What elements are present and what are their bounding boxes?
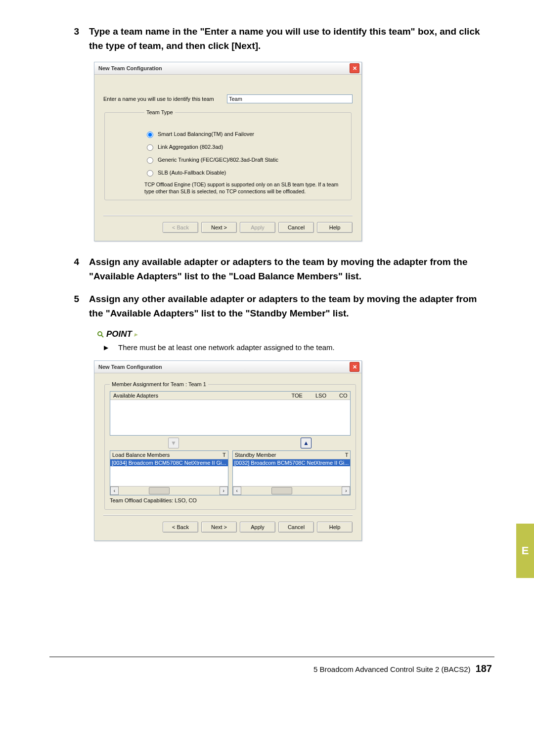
- apply-button: Apply: [240, 222, 275, 233]
- dialog1-separator: [103, 215, 353, 216]
- move-up-icon[interactable]: ▲: [301, 438, 312, 448]
- step-5-number: 5: [69, 292, 79, 320]
- team-name-input[interactable]: [227, 94, 353, 103]
- radio-generic-trunking[interactable]: [147, 157, 153, 164]
- footer-rule: [49, 657, 494, 657]
- team-name-label: Enter a name you will use to identify th…: [103, 96, 227, 102]
- dialog2-titlebar: New Team Configuration ✕: [94, 361, 361, 373]
- dialog1-button-row: < Back Next > Apply Cancel Help: [103, 220, 353, 235]
- point-arrow-icon: ▸: [134, 330, 137, 338]
- close-icon[interactable]: ✕: [350, 63, 359, 73]
- radio-link-agg[interactable]: [147, 144, 153, 151]
- cancel-button[interactable]: Cancel: [278, 522, 314, 533]
- col-t: T: [222, 452, 226, 458]
- scroll-right-icon[interactable]: ›: [220, 487, 228, 495]
- cancel-button[interactable]: Cancel: [278, 222, 314, 233]
- dialog2-title: New Team Configuration: [98, 364, 162, 370]
- step-3-number: 3: [69, 25, 79, 53]
- close-icon[interactable]: ✕: [350, 362, 359, 372]
- back-button[interactable]: < Back: [163, 522, 198, 533]
- radio-slb-failover[interactable]: [147, 132, 153, 138]
- step-3-text: Type a team name in the "Enter a name yo…: [89, 25, 485, 53]
- radio-generic-trunking-label: Generic Trunking (FEC/GEC)/802.3ad-Draft…: [158, 157, 278, 163]
- col-co: CO: [339, 393, 348, 399]
- point-heading: POINT ▸: [96, 329, 485, 339]
- radio-slb-autofallback-label: SLB (Auto-Fallback Disable): [158, 170, 226, 176]
- dialog1-title: New Team Configuration: [98, 65, 162, 71]
- standby-horiz-scrollbar[interactable]: ‹ ›: [233, 486, 351, 495]
- member-legend: Member Assignment for Team : Team 1: [110, 381, 208, 387]
- step-4-text: Assign any available adapter or adapters…: [89, 255, 485, 283]
- svg-line-1: [101, 335, 103, 337]
- help-button[interactable]: Help: [317, 222, 353, 233]
- new-team-config-dialog-2: New Team Configuration ✕ Member Assignme…: [94, 360, 362, 541]
- step-5-text: Assign any other available adapter or ad…: [89, 292, 485, 320]
- dialog2-button-row: < Back Next > Apply Cancel Help: [103, 520, 353, 534]
- col-t2: T: [345, 452, 349, 458]
- footer-section: 5 Broadcom Advanced Control Suite 2 (BAC…: [313, 665, 471, 673]
- help-button[interactable]: Help: [317, 522, 353, 533]
- step-5: 5 Assign any other available adapter or …: [69, 292, 485, 320]
- col-lso: LSO: [315, 393, 326, 399]
- step-3: 3 Type a team name in the "Enter a name …: [69, 25, 485, 53]
- point-body: ▶ There must be at least one network ada…: [104, 343, 485, 352]
- standby-item[interactable]: [0032] Broadcom BCM5708C NetXtreme II Gi…: [233, 459, 351, 466]
- next-button[interactable]: Next >: [201, 522, 237, 533]
- team-type-fieldset: Team Type Smart Load Balancing(TM) and F…: [104, 109, 352, 200]
- load-horiz-scrollbar[interactable]: ‹ ›: [110, 486, 228, 495]
- side-tab-e: E: [516, 524, 534, 578]
- bullet-icon: ▶: [104, 344, 108, 352]
- scroll-right-icon[interactable]: ›: [342, 487, 350, 495]
- radio-slb-failover-label: Smart Load Balancing(TM) and Failover: [158, 131, 254, 137]
- svg-point-0: [98, 332, 102, 336]
- radio-slb-autofallback[interactable]: [147, 170, 153, 177]
- team-type-legend: Team Type: [144, 109, 175, 115]
- point-text: There must be at least one network adapt…: [118, 343, 335, 352]
- available-adapters-list[interactable]: Available Adapters TOE LSO CO: [110, 391, 351, 436]
- toe-note: TCP Offload Engine (TOE) support is supp…: [144, 181, 346, 195]
- radio-link-agg-label: Link Aggregation (802.3ad): [158, 144, 223, 150]
- point-label: POINT: [106, 329, 132, 339]
- team-offload-caps: Team Offload Capabilities: LSO, CO: [110, 497, 351, 503]
- page-number: 187: [476, 663, 492, 674]
- load-balance-label: Load Balance Members: [112, 452, 170, 458]
- scroll-left-icon[interactable]: ‹: [110, 487, 119, 495]
- load-balance-item[interactable]: [0034] Broadcom BCM5708C NetXtreme II Gi…: [110, 459, 228, 466]
- back-button: < Back: [163, 222, 198, 233]
- step-4: 4 Assign any available adapter or adapte…: [69, 255, 485, 283]
- next-button[interactable]: Next >: [201, 222, 237, 233]
- dialog1-titlebar: New Team Configuration ✕: [94, 62, 361, 75]
- load-balance-members-list[interactable]: Load Balance Members T [0034] Broadcom B…: [110, 450, 228, 495]
- col-toe: TOE: [292, 393, 303, 399]
- move-down-icon: ▼: [168, 438, 179, 448]
- member-assignment-fieldset: Member Assignment for Team : Team 1 Avai…: [104, 381, 356, 510]
- available-adapters-label: Available Adapters: [113, 393, 158, 399]
- standby-member-label: Standby Member: [235, 452, 276, 458]
- new-team-config-dialog-1: New Team Configuration ✕ Enter a name yo…: [94, 62, 362, 241]
- standby-member-list[interactable]: Standby Member T [0032] Broadcom BCM5708…: [232, 450, 351, 495]
- scroll-left-icon[interactable]: ‹: [233, 487, 241, 495]
- apply-button[interactable]: Apply: [240, 522, 275, 533]
- step-4-number: 4: [69, 255, 79, 283]
- magnifier-icon: [96, 330, 104, 338]
- dialog2-separator: [103, 515, 353, 516]
- page-footer: 5 Broadcom Advanced Control Suite 2 (BAC…: [313, 663, 492, 674]
